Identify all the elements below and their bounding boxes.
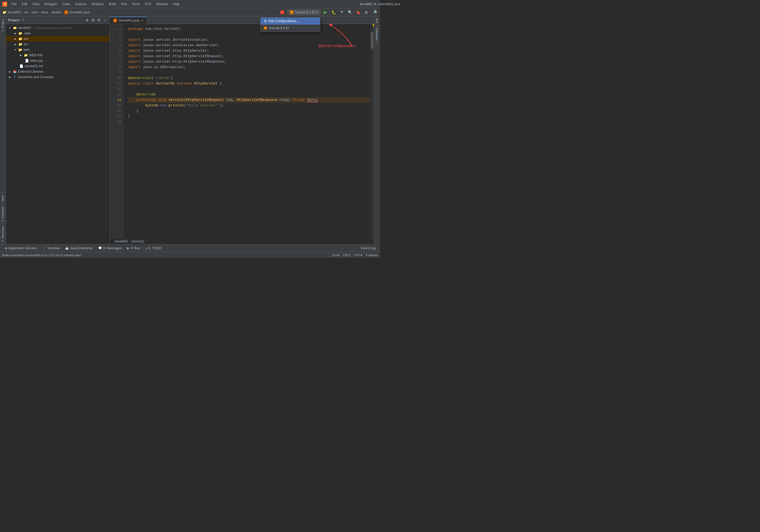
tree-src-folder[interactable]: ▶ 📁 src [6,42,110,47]
code-line-16: } [128,108,370,114]
panel-add-btn[interactable]: ⊕ [84,18,89,23]
sidebar-tab-project[interactable]: 1: Project [0,17,6,34]
tree-indexjsp-file[interactable]: 📄 index.jsp [6,58,110,64]
menu-bar: File Edit View Navigate Code Analyze Ref… [9,2,359,7]
status-crlf[interactable]: CRLF [343,254,351,257]
right-tab-database[interactable]: Database [374,26,380,43]
menu-code[interactable]: Code [60,2,72,7]
panel-minimize-btn[interactable]: ─ [103,18,108,23]
menu-refactor[interactable]: Refactor [89,2,106,7]
navigate-back-btn[interactable]: 🔴 [279,9,286,16]
line-num-16: 16 [112,108,121,114]
panel-settings-btn[interactable]: ⚙ [97,18,101,23]
right-tab-ant[interactable]: Ant [374,17,380,26]
bottom-tab-javaenterprise-label: Java Enterprise [70,246,93,250]
layout-button[interactable]: ⊞ [363,9,370,16]
tree-expand-out[interactable]: ▶ [14,37,17,40]
tab-close-btn[interactable]: ✕ [141,19,144,23]
tree-iml-file[interactable]: 📄 servlet01.iml [6,64,110,69]
tree-expand-extlibs[interactable]: ▶ [8,70,12,73]
line-numbers: 1 2 3 4 5 6 7 8 9 10 11 12 13 14 15 16 1… [110,24,123,238]
line-num-5: 5 [112,48,121,54]
find-button[interactable]: 🔎 [371,9,378,16]
code-line-11: public class Servlet01 extends HttpServl… [128,81,370,86]
bc-servlet01[interactable]: servlet01 [8,10,21,14]
tree-expand-web[interactable]: ▼ [14,48,17,51]
app-logo: U [2,2,7,7]
menu-analyze[interactable]: Analyze [73,2,89,7]
bc-servlet01java[interactable]: Servlet01.java [69,10,90,14]
tree-expand-src[interactable]: ▶ [14,43,17,46]
tree-expand-root[interactable]: ▼ [8,26,12,29]
run-button[interactable]: ▶ [322,9,329,16]
iml-file-icon: 📄 [19,64,24,68]
edit-configurations-item[interactable]: ⚙ Edit Configurations... [261,18,320,24]
title-bar: U File Edit View Navigate Code Analyze R… [0,0,380,8]
tree-expand-idea[interactable]: ▶ [14,32,17,35]
menu-vcs[interactable]: VCS [142,2,154,7]
line-num-12: 12 [112,86,121,92]
sidebar-tab-structure[interactable]: 7: Structure [0,224,6,244]
right-sidebar: Ant Database [374,17,380,244]
status-indent[interactable]: 4 spaces [366,254,378,257]
scrollbar-track[interactable] [370,24,374,238]
code-line-3: import javax.servlet.ServletException; [128,37,370,43]
sidebar-tab-web[interactable]: Web [0,193,6,203]
bc-src[interactable]: src [24,10,29,14]
window-title: servlet01 - ...\Servlet01.java [360,2,380,6]
bottom-tab-todo[interactable]: ≡ 6: TODO [144,246,164,251]
java-file-icon: J [64,10,68,14]
bc-xxxx[interactable]: xxxx [41,10,48,14]
messages-icon: 💬 [98,246,102,250]
line-num-11: 11 [112,81,121,86]
bottom-tab-messages[interactable]: 💬 0: Messages [96,246,124,251]
status-right: 15:46 CRLF UTF-8 4 spaces [332,254,378,257]
debug-button[interactable]: 🐛 [330,9,337,16]
panel-dropdown-arrow[interactable]: ▾ [22,18,24,22]
tree-scratches-label: Scratches and Consoles [18,75,54,79]
tab-servlet01java[interactable]: J Servlet01.java ✕ [110,17,147,24]
tree-root-servlet01[interactable]: ▼ 📁 servlet01 C:\IdeaWorkspace\servlet01 [6,25,110,30]
bottom-tab-run[interactable]: ▶ 4: Run [125,246,142,251]
code-editor[interactable]: 1 2 3 4 5 6 7 8 9 10 11 12 13 14 15 16 1… [110,24,374,238]
menu-tools[interactable]: Tools [130,2,142,7]
menu-build[interactable]: Build [107,2,119,7]
panel-scope-btn[interactable]: ⊞ [90,18,95,23]
tree-expand-scratches[interactable]: ▶ [8,75,12,79]
left-sidebar-tabs: 1: Project Web 2: Favorites 7: Structure [0,17,6,244]
tree-idea-label: .idea [24,31,31,35]
code-content[interactable]: package com.xxxx.servlet; import javax.s… [123,24,374,238]
search-button[interactable]: 🔍 [347,9,353,16]
bookmark-button[interactable]: 🔖 [355,9,361,16]
line-num-17: 17 [112,114,121,119]
run-config-menu: ⚙ Edit Configurations... 🐱 Tomcat 8.5.47 [260,17,320,32]
bc-com[interactable]: com [32,10,38,14]
tree-external-libs[interactable]: ▶ 📚 External Libraries [6,69,110,74]
bottom-tab-javaenterprise[interactable]: ☕ Java Enterprise [63,246,95,251]
menu-help[interactable]: Help [170,2,182,7]
bc-servlet[interactable]: servlet [51,10,61,14]
menu-window[interactable]: Window [154,2,170,7]
sidebar-tab-favorites[interactable]: 2: Favorites [0,204,6,224]
menu-run[interactable]: Run [119,2,129,7]
bottom-tab-appservers[interactable]: 🖥 Application Servers [2,246,39,251]
tomcat-config-dropdown[interactable]: 🐱 Tomcat 8.5.47 ▾ [287,10,320,15]
tree-webinf-folder[interactable]: ▶ 📁 WEB-INF [6,53,110,58]
menu-edit[interactable]: Edit [20,2,29,7]
status-charset[interactable]: UTF-8 [354,254,362,257]
coverage-button[interactable]: ☂ [338,9,345,16]
menu-navigate[interactable]: Navigate [42,2,59,7]
tree-indexjsp-label: index.jsp [30,59,43,63]
bottom-tab-eventlog[interactable]: Event Log [359,246,378,251]
menu-view[interactable]: View [30,2,42,7]
tree-out-folder[interactable]: ▶ 📁 out [6,36,110,42]
menu-file[interactable]: File [9,2,19,7]
tree-scratches[interactable]: ▶ 🗒 Scratches and Consoles [6,74,110,80]
tomcat-config-item[interactable]: 🐱 Tomcat 8.5.47 [261,24,320,32]
tree-idea-folder[interactable]: ▶ 📁 .idea [6,30,110,36]
code-line-8: import java.io.IOException; [128,65,370,70]
tree-expand-webinf[interactable]: ▶ [19,54,23,57]
bottom-tab-terminal[interactable]: ⬛ Terminal [40,246,62,251]
line-num-3: 3 [112,37,121,43]
tree-web-folder[interactable]: ▼ 📂 web [6,47,110,53]
